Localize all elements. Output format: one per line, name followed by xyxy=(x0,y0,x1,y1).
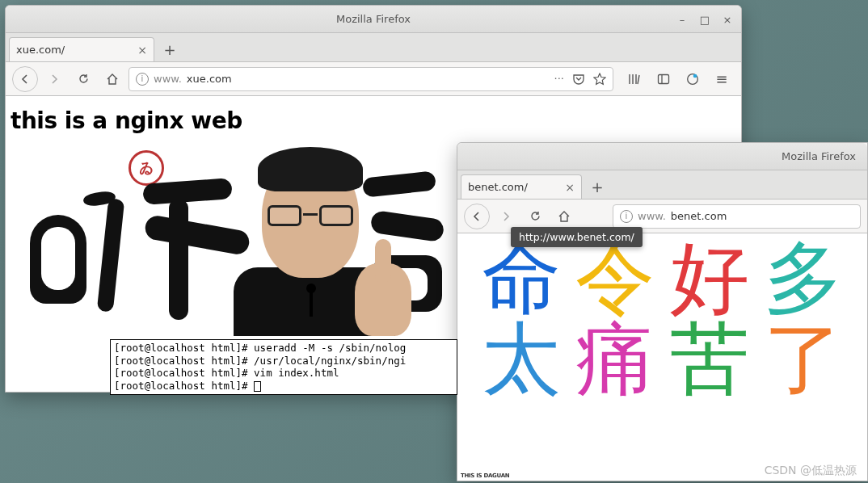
kanji-char: 令 xyxy=(574,238,656,319)
seal-stamp: ゐ xyxy=(129,150,164,186)
menu-icon: ≡ xyxy=(715,70,727,87)
kanji-char: 好 xyxy=(668,238,751,319)
profile-icon xyxy=(686,73,699,86)
tab-label: benet.com/ xyxy=(468,181,528,193)
tab-label: xue.com/ xyxy=(16,44,65,56)
maximize-icon: □ xyxy=(700,14,710,26)
more-icon[interactable]: ··· xyxy=(554,73,564,85)
hero-image: ゐ xyxy=(7,142,444,336)
site-info-icon[interactable]: i xyxy=(136,73,149,86)
titlebar[interactable]: Mozilla Firefox – □ × xyxy=(6,6,741,33)
url-bar[interactable]: i www.benet.com xyxy=(613,204,861,229)
person-illustration xyxy=(217,142,403,336)
toolbar-right: ≡ xyxy=(622,66,735,92)
back-button[interactable] xyxy=(12,66,38,92)
terminal-line: [root@localhost html]# xyxy=(114,380,453,393)
url-tooltip: http://www.benet.com/ xyxy=(511,227,643,247)
kanji-char: 痛 xyxy=(574,319,656,400)
page-content: 命令好多太痛苦了 THIS IS DAGUAN xyxy=(457,233,867,481)
firefox-window-2: Mozilla Firefox benet.com/ × + i www.ben… xyxy=(457,142,868,481)
minimize-icon: – xyxy=(680,14,685,26)
star-icon[interactable] xyxy=(593,73,606,86)
url-prefix: www. xyxy=(638,210,666,222)
reload-icon xyxy=(529,210,541,222)
arrow-left-icon xyxy=(471,211,482,222)
arrow-right-icon xyxy=(48,74,60,85)
kanji-grid: 命令好多太痛苦了 xyxy=(457,233,867,400)
home-icon xyxy=(106,73,119,86)
forward-button[interactable] xyxy=(41,66,67,92)
library-icon xyxy=(628,73,641,86)
terminal-line: [root@localhost html]# useradd -M -s /sb… xyxy=(114,342,453,355)
svg-point-3 xyxy=(693,74,697,78)
pocket-icon[interactable] xyxy=(572,73,585,86)
site-info-icon[interactable]: i xyxy=(620,210,633,223)
toolbar: i www.xue.com ··· ≡ xyxy=(6,62,741,96)
window-title: Mozilla Firefox xyxy=(336,13,411,25)
page-heading: this is a nginx web xyxy=(6,96,741,142)
forward-button[interactable] xyxy=(493,204,519,229)
sidebar-icon xyxy=(657,73,670,86)
arrow-right-icon xyxy=(500,211,512,222)
url-host: benet.com xyxy=(671,210,727,222)
arrow-left-icon xyxy=(19,74,31,85)
menu-button[interactable]: ≡ xyxy=(709,66,735,92)
svg-rect-0 xyxy=(659,74,669,83)
url-bar[interactable]: i www.xue.com ··· xyxy=(129,67,613,91)
calligraphy-hole xyxy=(41,227,75,290)
library-button[interactable] xyxy=(622,66,647,92)
tab-close-icon[interactable]: × xyxy=(565,181,575,194)
tabstrip: xue.com/ × + xyxy=(6,33,741,62)
new-tab-button[interactable]: + xyxy=(158,37,182,61)
terminal-line: [root@localhost html]# vim index.html xyxy=(114,367,453,380)
sidebar-button[interactable] xyxy=(651,66,676,92)
kanji-char: 命 xyxy=(480,238,563,319)
tab-xue[interactable]: xue.com/ × xyxy=(9,37,154,61)
footer-tiny: THIS IS DAGUAN xyxy=(461,472,509,479)
terminal-line: [root@localhost html]# /usr/local/nginx/… xyxy=(114,355,453,368)
home-button[interactable] xyxy=(99,66,125,92)
titlebar[interactable]: Mozilla Firefox xyxy=(457,143,867,170)
window-title: Mozilla Firefox xyxy=(782,150,856,162)
close-button[interactable]: × xyxy=(717,9,738,30)
home-icon xyxy=(558,210,571,223)
profile-button[interactable] xyxy=(680,66,706,92)
reload-icon xyxy=(78,73,90,85)
home-button[interactable] xyxy=(551,204,577,229)
tab-close-icon[interactable]: × xyxy=(137,44,147,57)
terminal[interactable]: [root@localhost html]# useradd -M -s /sb… xyxy=(110,339,457,395)
calligraphy-stroke xyxy=(97,198,125,312)
toolbar: i www.benet.com http://www.benet.com/ xyxy=(457,200,867,233)
minimize-button[interactable]: – xyxy=(672,9,693,30)
kanji-char: 太 xyxy=(480,319,563,400)
kanji-char: 多 xyxy=(762,238,845,319)
tab-benet[interactable]: benet.com/ × xyxy=(461,174,582,199)
reload-button[interactable] xyxy=(70,66,96,92)
new-tab-button[interactable]: + xyxy=(585,174,609,199)
tabstrip: benet.com/ × + xyxy=(457,170,867,200)
calligraphy-stroke xyxy=(169,199,188,320)
kanji-char: 了 xyxy=(762,319,845,400)
kanji-char: 苦 xyxy=(668,319,751,400)
url-prefix: www. xyxy=(154,73,182,85)
url-right: ··· xyxy=(554,73,606,86)
cursor xyxy=(254,381,261,392)
watermark: CSDN @低温热源 xyxy=(765,464,857,478)
plus-icon: + xyxy=(591,178,603,195)
back-button[interactable] xyxy=(464,204,490,229)
plus-icon: + xyxy=(163,41,175,58)
url-host: xue.com xyxy=(187,73,232,85)
window-controls: – □ × xyxy=(672,9,738,30)
reload-button[interactable] xyxy=(522,204,548,229)
maximize-button[interactable]: □ xyxy=(694,9,715,30)
close-icon: × xyxy=(723,14,732,26)
